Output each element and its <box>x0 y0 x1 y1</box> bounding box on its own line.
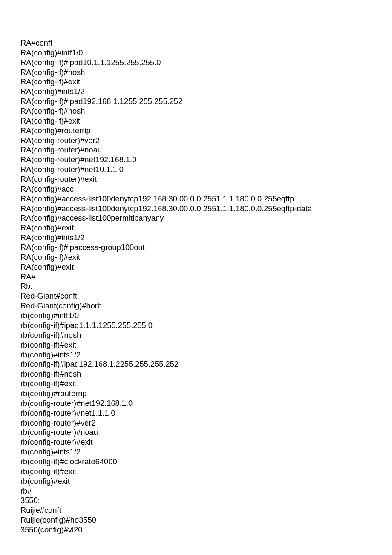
cli-line: rb(config-if)#exit <box>20 379 372 389</box>
cli-line: RA(config)#access-list100permitipanyany <box>20 213 372 223</box>
cli-line: Ruijie(config)#ho3550 <box>20 515 372 525</box>
cli-line: RA(config)#access-list100denytcp192.168.… <box>20 204 372 214</box>
cli-line: RA(config-if)#exit <box>20 116 372 126</box>
cli-line: RA(config-if)#exit <box>20 253 372 262</box>
cli-line: RA(config)#exit <box>20 262 372 272</box>
cli-line: RA(config)#exit <box>20 223 372 233</box>
cli-line: RA#conft <box>20 38 372 48</box>
cli-line: RA# <box>20 272 372 282</box>
cli-line: rb(config-router)#net1.1.1.0 <box>20 408 372 418</box>
cli-line: 3550(config)#vl20 <box>20 525 372 535</box>
cli-line: rb(config-if)#nosh <box>20 369 372 379</box>
cli-line: rb(config-if)#nosh <box>20 331 372 340</box>
cli-line: 3550: <box>20 496 372 506</box>
cli-line: rb(config-if)#ipad192.168.1.2255.255.255… <box>20 359 372 369</box>
cli-line: RA(config)#intf1/0 <box>20 48 372 58</box>
cli-line: rb(config)#exit <box>20 477 372 486</box>
cli-line: RA(config)#routerrip <box>20 126 372 136</box>
cli-line: rb(config-if)#ipad1.1.1.1255.255.255.0 <box>20 321 372 331</box>
cli-line: RA(config-router)#exit <box>20 175 372 184</box>
cli-line: rb(config-if)#exit <box>20 340 372 350</box>
document-body: RA#conftRA(config)#intf1/0RA(config-if)#… <box>0 0 392 555</box>
cli-line: RA(config)#ints1/2 <box>20 233 372 243</box>
cli-line: RA(config-if)#ipad10.1.1.1255.255.255.0 <box>20 58 372 68</box>
cli-line: Ruijie#conft <box>20 506 372 515</box>
cli-line: rb(config-router)#ver2 <box>20 418 372 428</box>
cli-line: RA(config)#access-list100denytcp192.168.… <box>20 194 372 204</box>
cli-line: RA(config-router)#noau <box>20 145 372 155</box>
cli-line: RA(config-if)#nosh <box>20 68 372 78</box>
cli-line: rb(config-router)#exit <box>20 437 372 447</box>
cli-line: RA(config)#ints1/2 <box>20 87 372 97</box>
cli-line: rb(config)#intf1/0 <box>20 311 372 321</box>
cli-line: Red-Giant(config)#horb <box>20 301 372 311</box>
cli-line: Rb: <box>20 282 372 291</box>
cli-line: RA(config-router)#net10.1.1.0 <box>20 165 372 175</box>
cli-line: rb(config-if)#clockrate64000 <box>20 457 372 467</box>
cli-line: rb(config)#routerrip <box>20 389 372 399</box>
cli-line: rb(config-router)#net192.168.1.0 <box>20 399 372 408</box>
cli-line: RA(config-if)#ipaccess-group100out <box>20 243 372 253</box>
cli-line: RA(config-if)#nosh <box>20 106 372 116</box>
cli-line: RA(config-if)#exit <box>20 77 372 87</box>
cli-line: rb(config)#ints1/2 <box>20 447 372 457</box>
cli-line: rb(config-if)#exit <box>20 467 372 477</box>
cli-line: RA(config-router)#net192.168.1.0 <box>20 155 372 165</box>
cli-line: RA(config-router)#ver2 <box>20 136 372 146</box>
cli-line: RA(config)#acc <box>20 184 372 194</box>
cli-line: rb# <box>20 486 372 496</box>
cli-line: rb(config)#ints1/2 <box>20 350 372 360</box>
cli-line: RA(config-if)#ipad192.168.1.1255.255.255… <box>20 97 372 106</box>
cli-line: rb(config-router)#noau <box>20 428 372 437</box>
cli-line: Red-Giant#conft <box>20 291 372 301</box>
